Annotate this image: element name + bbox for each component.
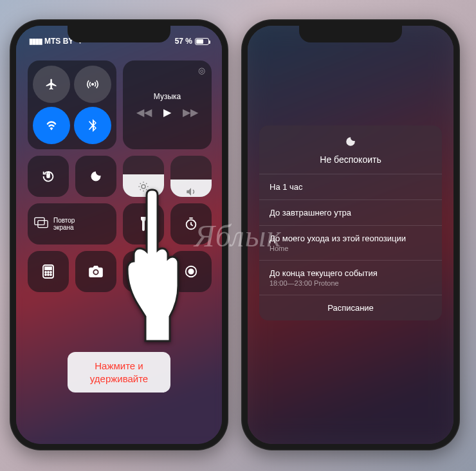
airplane-mode-toggle[interactable]: [33, 66, 70, 103]
timer-button[interactable]: [170, 203, 212, 245]
svg-point-2: [142, 185, 145, 189]
screen-mirroring-label: Повторэкрана: [53, 217, 75, 231]
alarm-button[interactable]: [123, 251, 164, 292]
notch: [299, 26, 402, 42]
music-prev-icon[interactable]: ◀◀: [136, 106, 152, 118]
dnd-option-1hour[interactable]: На 1 час: [259, 174, 442, 200]
svg-rect-3: [35, 217, 44, 225]
flashlight-button[interactable]: [123, 203, 164, 245]
volume-slider[interactable]: [170, 156, 212, 197]
music-widget[interactable]: ◎ Музыка ◀◀ ▶ ▶▶: [123, 60, 212, 149]
svg-point-16: [188, 269, 193, 273]
music-play-icon[interactable]: ▶: [163, 106, 171, 118]
svg-point-10: [50, 272, 51, 273]
svg-rect-4: [38, 221, 48, 228]
airplay-icon[interactable]: ◎: [198, 66, 205, 75]
instruction-callout: Нажмите иудерживайте: [68, 352, 170, 392]
volume-icon: [185, 186, 197, 197]
do-not-disturb-toggle[interactable]: [75, 156, 116, 197]
moon-icon: [266, 136, 435, 151]
svg-point-9: [48, 272, 49, 273]
screen-mirroring-button[interactable]: Повторэкрана: [28, 203, 116, 245]
music-label: Музыка: [154, 92, 181, 101]
brightness-icon: [138, 181, 149, 195]
svg-point-8: [45, 272, 46, 273]
orientation-lock-toggle[interactable]: [28, 156, 69, 197]
phone-left: ▮▮▮▮ MTS BY 57 %: [10, 19, 228, 450]
cellular-data-toggle[interactable]: [74, 66, 111, 103]
camera-button[interactable]: [75, 251, 116, 292]
dnd-title: Не беспокоить: [266, 154, 435, 165]
phone-right: Не беспокоить На 1 час До завтрашнего ут…: [241, 19, 460, 450]
dnd-option-until-event-end[interactable]: До конца текущего события 18:00—23:00 Pr…: [259, 261, 442, 295]
cellular-signal-icon: ▮▮▮▮: [29, 37, 42, 46]
wifi-toggle[interactable]: [33, 107, 70, 144]
svg-rect-7: [45, 267, 51, 270]
notch: [68, 26, 170, 42]
carrier-label: MTS BY: [44, 37, 73, 46]
dnd-popup: Не беспокоить На 1 час До завтрашнего ут…: [259, 125, 442, 320]
calculator-button[interactable]: [28, 251, 69, 292]
dnd-schedule-button[interactable]: Расписание: [259, 295, 442, 320]
screen-record-button[interactable]: [170, 251, 212, 292]
screen-mirroring-icon: [34, 217, 48, 231]
battery-icon: [195, 38, 209, 45]
music-next-icon[interactable]: ▶▶: [183, 106, 198, 118]
svg-point-11: [45, 274, 46, 275]
svg-point-0: [92, 84, 94, 86]
dnd-option-until-morning[interactable]: До завтрашнего утра: [259, 200, 442, 226]
bluetooth-toggle[interactable]: [74, 107, 111, 144]
dnd-option-until-leave-location[interactable]: До моего ухода из этой геопозиции Home: [259, 226, 442, 261]
connectivity-group: [28, 60, 116, 149]
brightness-slider[interactable]: [123, 156, 164, 197]
svg-point-13: [50, 274, 51, 275]
battery-pct: 57 %: [175, 37, 192, 46]
svg-point-12: [48, 274, 49, 275]
